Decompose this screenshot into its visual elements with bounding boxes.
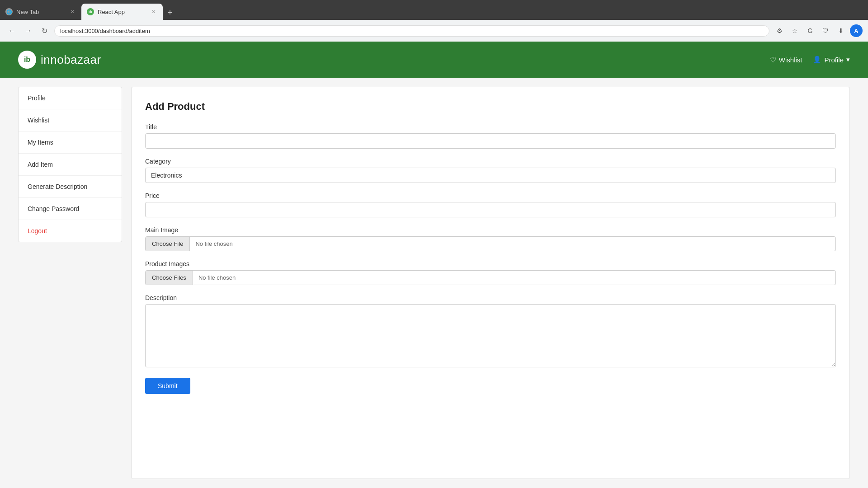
react-app-close[interactable]: ✕ [150,8,157,15]
main-image-no-file: No file chosen [190,237,238,251]
category-field-group: Category [145,158,836,183]
sidebar-item-wishlist[interactable]: Wishlist [19,109,122,131]
app-content: ib innobazaar ♡ Wishlist 👤 Profile ▾ [0,42,868,488]
refresh-button[interactable]: ↻ [38,24,51,37]
download-icon[interactable]: ⬇ [835,24,847,37]
product-images-no-file: No file chosen [193,271,241,285]
sidebar-my-items-label: My Items [28,139,53,146]
price-label: Price [145,192,836,199]
extensions-icon[interactable]: ⚙ [773,24,786,37]
choose-file-button[interactable]: Choose File [146,237,190,251]
forward-button[interactable]: → [22,24,34,37]
description-textarea[interactable] [145,304,836,367]
profile-chevron-icon: ▾ [846,56,850,64]
react-app-label: React App [98,9,125,15]
browser-window: 🌐 New Tab ✕ ib React App ✕ + ← → ↻ local… [0,0,868,488]
logo-icon: ib [18,51,36,69]
grammarly-icon[interactable]: G [804,24,816,37]
title-field-group: Title [145,123,836,149]
description-field-group: Description [145,294,836,369]
form-title: Add Product [145,101,836,113]
bookmark-icon[interactable]: ☆ [788,24,801,37]
sidebar-change-password-label: Change Password [28,205,79,212]
description-label: Description [145,294,836,301]
title-input[interactable] [145,133,836,149]
heart-icon: ♡ [770,56,776,64]
logo[interactable]: ib innobazaar [18,51,101,69]
user-icon: 👤 [813,56,821,64]
sidebar-item-my-items[interactable]: My Items [19,131,122,154]
wishlist-nav-label: Wishlist [779,56,802,64]
tab-bar: 🌐 New Tab ✕ ib React App ✕ + [0,0,868,20]
price-input[interactable] [145,202,836,217]
wishlist-nav-link[interactable]: ♡ Wishlist [770,56,802,64]
add-tab-button[interactable]: + [163,5,177,20]
sidebar: Profile Wishlist My Items Add Item Gener… [18,87,122,242]
tab-new-tab[interactable]: 🌐 New Tab ✕ [0,4,81,20]
site-header: ib innobazaar ♡ Wishlist 👤 Profile ▾ [0,42,868,78]
main-image-field-group: Main Image Choose File No file chosen [145,226,836,251]
sidebar-item-generate-description[interactable]: Generate Description [19,176,122,198]
main-image-file-wrapper: Choose File No file chosen [145,236,836,251]
main-layout: Profile Wishlist My Items Add Item Gener… [0,78,868,488]
product-images-label: Product Images [145,260,836,267]
brand-name: innobazaar [41,53,101,67]
main-image-label: Main Image [145,226,836,234]
react-app-favicon: ib [87,8,94,15]
new-tab-label: New Tab [16,9,39,15]
new-tab-favicon: 🌐 [5,8,13,15]
toolbar-icons: ⚙ ☆ G 🛡 ⬇ A [773,24,863,37]
sidebar-item-add-item[interactable]: Add Item [19,154,122,176]
profile-nav-link[interactable]: 👤 Profile ▾ [813,56,850,64]
profile-nav-label: Profile [824,56,844,64]
product-images-field-group: Product Images Choose Files No file chos… [145,260,836,285]
shield-icon[interactable]: 🛡 [819,24,832,37]
sidebar-item-change-password[interactable]: Change Password [19,198,122,220]
sidebar-profile-label: Profile [28,94,46,102]
product-images-file-wrapper: Choose Files No file chosen [145,270,836,285]
back-button[interactable]: ← [5,24,18,37]
address-text: localhost:3000/dashboard/additem [60,28,150,34]
browser-toolbar: ← → ↻ localhost:3000/dashboard/additem ⚙… [0,20,868,42]
sidebar-logout-label: Logout [28,227,47,235]
category-label: Category [145,158,836,165]
tab-react-app[interactable]: ib React App ✕ [81,4,163,20]
sidebar-item-profile[interactable]: Profile [19,87,122,109]
sidebar-add-item-label: Add Item [28,161,53,168]
sidebar-generate-label: Generate Description [28,183,87,190]
header-nav: ♡ Wishlist 👤 Profile ▾ [770,56,850,64]
form-panel: Add Product Title Category Price [131,87,850,479]
browser-profile-avatar[interactable]: A [850,24,863,37]
sidebar-item-logout[interactable]: Logout [19,220,122,242]
address-bar[interactable]: localhost:3000/dashboard/additem [54,25,769,37]
price-field-group: Price [145,192,836,217]
new-tab-close[interactable]: ✕ [69,8,76,15]
submit-button[interactable]: Submit [145,378,190,394]
title-label: Title [145,123,836,131]
sidebar-wishlist-label: Wishlist [28,117,49,124]
choose-files-button[interactable]: Choose Files [146,271,193,285]
category-input[interactable] [145,168,836,183]
